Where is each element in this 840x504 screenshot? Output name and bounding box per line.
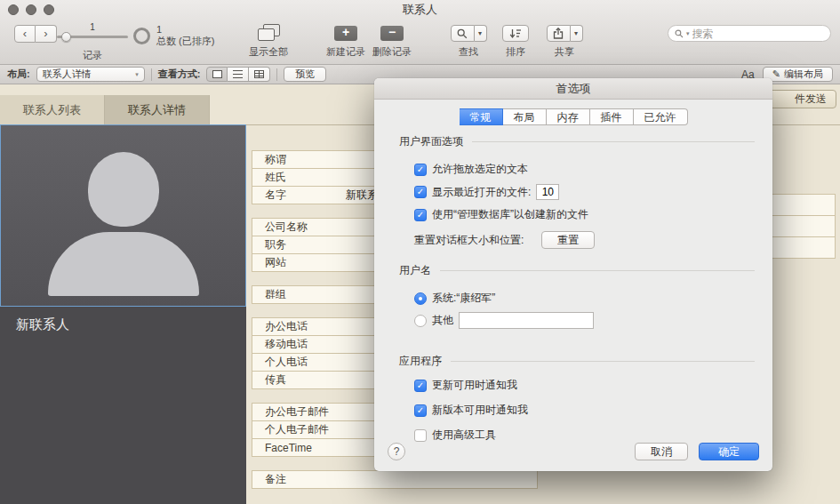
check-icon: ✓ — [415, 164, 426, 175]
preferences-tab[interactable]: 常规 — [460, 108, 503, 125]
field-label: 个人电子邮件 — [252, 422, 341, 437]
checkbox-row-updates: ✓ 更新可用时通知我 — [414, 378, 755, 393]
close-button[interactable] — [8, 4, 19, 15]
checkbox-row-drag-text: ✓ 允许拖放选定的文本 — [414, 162, 755, 177]
preferences-tab-label: 布局 — [514, 111, 535, 124]
reset-dialogs-label: 重置对话框大小和位置: — [414, 233, 524, 248]
checkbox[interactable]: ✓ — [414, 209, 427, 221]
radio-button[interactable] — [414, 292, 427, 305]
preferences-tab[interactable]: 内存 — [547, 108, 590, 125]
ok-button[interactable]: 确定 — [699, 443, 759, 460]
delete-record-button[interactable]: − 删除记录 — [368, 24, 416, 59]
sort-label: 排序 — [496, 45, 535, 59]
layout-label: 布局: — [7, 68, 30, 81]
delete-record-label: 删除记录 — [368, 45, 416, 59]
next-record-button[interactable]: › — [36, 25, 57, 43]
share-button[interactable] — [547, 25, 571, 42]
recent-files-count-input[interactable] — [536, 184, 559, 200]
found-set-pie-icon[interactable] — [133, 28, 150, 44]
record-slider-track[interactable] — [57, 36, 128, 38]
preferences-tab[interactable]: 插件 — [590, 108, 634, 125]
checkbox[interactable]: ✓ — [414, 380, 427, 392]
minus-icon: − — [380, 26, 404, 41]
help-button[interactable]: ? — [388, 443, 405, 460]
search-scope-dropdown-icon[interactable]: ▾ — [686, 30, 690, 37]
chevron-down-icon: ▾ — [135, 71, 139, 78]
field-label: 传真 — [252, 372, 341, 388]
preferences-tab-label: 插件 — [601, 111, 622, 124]
stacked-records-icon — [259, 27, 278, 40]
preferences-tabs: 常规 布局 内存 插件 已允许 — [374, 108, 772, 125]
share-dropdown-button[interactable]: ▾ — [571, 25, 583, 42]
sort-button[interactable] — [502, 25, 529, 42]
traffic-lights — [8, 4, 54, 15]
section-heading-label: 应用程序 — [399, 354, 442, 369]
field-label: 称谓 — [252, 152, 341, 167]
preferences-tab[interactable]: 已允许 — [634, 108, 688, 125]
table-view-button[interactable] — [249, 67, 270, 82]
divider — [276, 68, 277, 81]
field-label: FaceTime — [252, 442, 341, 454]
zoom-button[interactable] — [44, 4, 54, 15]
minimize-button[interactable] — [26, 4, 36, 15]
checkbox[interactable]: ✓ — [414, 186, 427, 198]
section-heading-username: 用户名 — [399, 263, 755, 278]
field-label: 职务 — [252, 237, 341, 252]
field-label: 备注 — [252, 472, 341, 487]
show-all-button[interactable]: 显示全部 — [242, 24, 295, 59]
find-button[interactable] — [451, 25, 475, 42]
field-label: 群组 — [252, 287, 341, 302]
section-rule — [472, 141, 755, 142]
list-view-button[interactable] — [228, 67, 249, 82]
layout-dropdown[interactable]: 联系人详情 ▾ — [36, 67, 145, 82]
dialog-titlebar[interactable]: 首选项 — [374, 78, 772, 100]
edit-layout-button[interactable]: ✎ 编辑布局 — [763, 67, 833, 82]
record-slider: 1 — [57, 22, 128, 38]
contact-field-row[interactable]: 备注 — [252, 470, 538, 489]
new-record-button[interactable]: + 新建记录 — [322, 24, 370, 59]
section-rule — [451, 361, 755, 362]
field-label: 办公电子邮件 — [252, 404, 341, 420]
checkbox-label: 使用“管理数据库”以创建新的文件 — [432, 207, 588, 222]
cancel-button[interactable]: 取消 — [635, 443, 688, 460]
section-heading-ui: 用户界面选项 — [399, 134, 755, 149]
field-label: 网站 — [252, 255, 341, 270]
total-count: 1 — [156, 24, 214, 36]
checkbox[interactable]: ✓ — [414, 164, 427, 176]
radio-label: 系统:“康绍军” — [432, 291, 495, 306]
find-dropdown-button[interactable]: ▾ — [475, 25, 487, 42]
checkbox-label: 更新可用时通知我 — [432, 378, 517, 393]
view-as-label: 查看方式: — [158, 68, 201, 81]
record-slider-knob[interactable] — [61, 32, 71, 42]
reset-button[interactable]: 重置 — [541, 231, 595, 249]
layout-dropdown-value: 联系人详情 — [43, 68, 92, 81]
radio-button[interactable] — [414, 315, 427, 327]
preview-button[interactable]: 预览 — [284, 67, 326, 82]
search-icon — [675, 29, 684, 38]
share-control: ▾ 共享 — [540, 24, 588, 59]
total-label: 总数 (已排序) — [156, 36, 214, 47]
contact-photo-field[interactable] — [0, 124, 246, 307]
find-label: 查找 — [443, 45, 494, 59]
checkbox[interactable]: ✓ — [414, 404, 427, 417]
record-tab[interactable]: 联系人详情 — [105, 95, 210, 124]
window-chrome: 联系人 ‹ › 1 记录 1 总数 (已排序) 显示全部 + 新建记录 — [0, 0, 840, 65]
window-titlebar[interactable]: 联系人 — [0, 0, 840, 20]
form-view-button[interactable] — [206, 67, 228, 82]
quick-search-field[interactable]: ▾ — [668, 25, 831, 42]
other-username-input[interactable] — [459, 312, 594, 329]
record-tab[interactable]: 联系人列表 — [0, 95, 105, 124]
checkbox-row-recent-files: ✓ 显示最近打开的文件: — [414, 184, 755, 200]
field-label: 姓氏 — [252, 170, 341, 185]
contact-name: 新联系人 — [16, 316, 69, 333]
preferences-tab[interactable]: 布局 — [503, 108, 547, 125]
sort-control: 排序 — [496, 24, 535, 59]
record-tab-label: 联系人列表 — [23, 103, 81, 116]
search-input[interactable] — [692, 28, 824, 40]
records-label: 记录 — [57, 49, 128, 62]
check-icon: ✓ — [415, 187, 426, 197]
previous-record-button[interactable]: ‹ — [14, 25, 36, 43]
checkbox[interactable]: ✓ — [414, 429, 427, 442]
checkbox-row-new-version: ✓ 新版本可用时通知我 — [414, 403, 755, 418]
record-tab-label: 联系人详情 — [128, 103, 186, 116]
